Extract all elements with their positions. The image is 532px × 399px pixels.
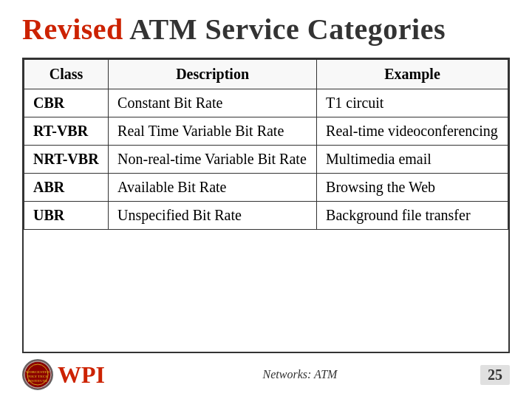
row-description: Non-real-time Variable Bit Rate (109, 146, 317, 174)
row-example: T1 circuit (317, 89, 508, 117)
categories-table: Class Description Example CBR Constant B… (24, 59, 508, 230)
row-class: CBR (24, 89, 109, 117)
title-atm-service: ATM Service Categories (129, 13, 446, 46)
header-class: Class (24, 60, 109, 89)
table-row: RT-VBR Real Time Variable Bit Rate Real-… (24, 117, 508, 146)
row-description: Available Bit Rate (109, 174, 317, 202)
row-example: Multimedia email (317, 146, 508, 174)
row-example: Browsing the Web (317, 174, 508, 202)
row-description: Constant Bit Rate (109, 89, 317, 117)
header-description: Description (109, 60, 317, 89)
table-row: NRT-VBR Non-real-time Variable Bit Rate … (24, 146, 508, 174)
title-revised: Revised (22, 13, 129, 46)
table-row: CBR Constant Bit Rate T1 circuit (24, 89, 508, 117)
svg-text:WORCESTER: WORCESTER (26, 370, 50, 374)
wpi-label: WPI (58, 361, 105, 389)
table-header-row: Class Description Example (24, 60, 508, 89)
header-example: Example (317, 60, 508, 89)
wpi-logo: WORCESTER POLY TECH INSTITUTE WPI (22, 359, 105, 390)
footer: WORCESTER POLY TECH INSTITUTE WPI Networ… (22, 359, 510, 390)
row-class: UBR (24, 202, 109, 230)
svg-text:INSTITUTE: INSTITUTE (27, 379, 48, 383)
page-title: Revised ATM Service Categories (22, 13, 510, 46)
page: Revised ATM Service Categories Class Des… (0, 0, 532, 399)
row-class: ABR (24, 174, 109, 202)
wpi-seal: WORCESTER POLY TECH INSTITUTE (22, 359, 53, 390)
page-number: 25 (480, 365, 510, 385)
footer-networks-label: Networks: ATM (120, 368, 480, 381)
row-class: RT-VBR (24, 117, 109, 146)
table-wrapper: Class Description Example CBR Constant B… (22, 58, 510, 353)
row-description: Unspecified Bit Rate (109, 202, 317, 230)
row-example: Background file transfer (317, 202, 508, 230)
row-class: NRT-VBR (24, 146, 109, 174)
svg-text:POLY TECH: POLY TECH (27, 375, 49, 378)
row-description: Real Time Variable Bit Rate (109, 117, 317, 146)
table-row: UBR Unspecified Bit Rate Background file… (24, 202, 508, 230)
table-row: ABR Available Bit Rate Browsing the Web (24, 174, 508, 202)
wpi-seal-svg: WORCESTER POLY TECH INSTITUTE (24, 361, 52, 389)
row-example: Real-time videoconferencing (317, 117, 508, 146)
